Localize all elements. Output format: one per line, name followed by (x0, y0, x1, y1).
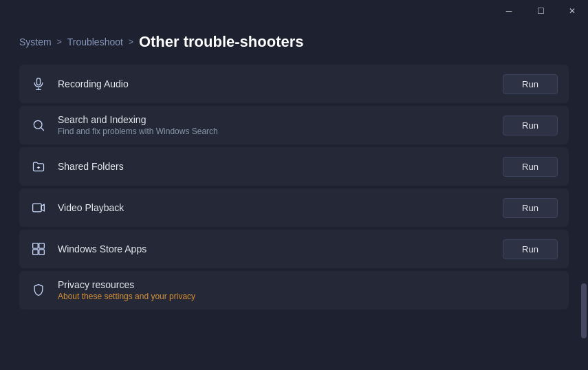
shield-icon (30, 282, 47, 298)
breadcrumb-system[interactable]: System (19, 36, 52, 47)
svg-rect-7 (39, 243, 45, 249)
mic-icon (30, 76, 47, 92)
close-button[interactable]: ✕ (556, 0, 588, 22)
item-left: Video Playback (30, 199, 124, 216)
store-icon (30, 241, 47, 257)
item-text: Video Playback (58, 202, 124, 213)
privacy-link[interactable]: About these settings and your privacy (58, 292, 195, 301)
item-text: Privacy resources About these settings a… (58, 279, 195, 301)
item-text: Shared Folders (58, 161, 124, 172)
item-text: Windows Store Apps (58, 243, 146, 254)
item-left: Privacy resources About these settings a… (30, 279, 195, 301)
video-icon (30, 199, 47, 216)
breadcrumb: System > Troubleshoot > Other trouble-sh… (0, 22, 588, 65)
scrollbar[interactable] (578, 22, 588, 370)
breadcrumb-arrow-1: > (57, 37, 62, 47)
run-recording-audio-button[interactable]: Run (503, 74, 558, 94)
list-item: Search and Indexing Find and fix problem… (19, 106, 569, 144)
svg-rect-5 (33, 204, 42, 212)
list-item: Shared Folders Run (19, 147, 569, 186)
privacy-item: Privacy resources About these settings a… (19, 271, 569, 309)
svg-rect-9 (39, 250, 45, 255)
list-item: Windows Store Apps Run (19, 230, 569, 268)
item-title: Shared Folders (58, 161, 124, 172)
item-left: Shared Folders (30, 158, 124, 175)
svg-rect-6 (33, 243, 39, 249)
shared-folder-icon (30, 158, 47, 175)
svg-rect-0 (37, 78, 41, 85)
item-title: Windows Store Apps (58, 243, 146, 254)
breadcrumb-arrow-2: > (129, 37, 133, 47)
svg-line-4 (41, 128, 44, 131)
svg-point-3 (34, 120, 42, 129)
list-item: Recording Audio Run (19, 65, 569, 103)
run-search-indexing-button[interactable]: Run (503, 116, 558, 135)
run-video-playback-button[interactable]: Run (503, 198, 558, 218)
run-windows-store-apps-button[interactable]: Run (503, 239, 558, 259)
maximize-button[interactable]: ☐ (525, 0, 556, 22)
list-item: Video Playback Run (19, 188, 569, 227)
title-bar: ─ ☐ ✕ (0, 0, 588, 22)
search-icon (30, 117, 47, 133)
item-title: Video Playback (58, 202, 124, 213)
item-left: Search and Indexing Find and fix problem… (30, 114, 218, 136)
scrollbar-thumb[interactable] (581, 283, 587, 338)
item-text: Search and Indexing Find and fix problem… (58, 114, 218, 136)
run-shared-folders-button[interactable]: Run (503, 157, 558, 177)
minimize-button[interactable]: ─ (493, 0, 525, 22)
breadcrumb-troubleshoot[interactable]: Troubleshoot (67, 36, 123, 47)
troubleshooter-list: Recording Audio Run Search and Indexing … (0, 65, 588, 309)
privacy-title: Privacy resources (58, 279, 195, 290)
item-left: Windows Store Apps (30, 241, 146, 257)
item-left: Recording Audio (30, 76, 129, 92)
item-title: Search and Indexing (58, 114, 218, 125)
svg-rect-8 (33, 250, 39, 255)
breadcrumb-current: Other trouble-shooters (139, 33, 304, 51)
item-subtitle: Find and fix problems with Windows Searc… (58, 127, 218, 136)
item-text: Recording Audio (58, 78, 129, 89)
item-title: Recording Audio (58, 78, 129, 89)
